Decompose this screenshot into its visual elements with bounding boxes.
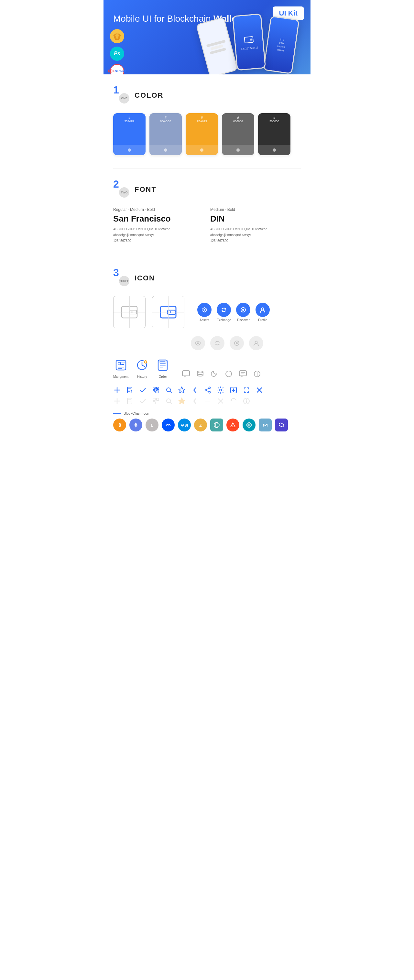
- din-abc-lower: abcdefghijklmnopqrstuvwxyz: [210, 232, 301, 238]
- svg-point-36: [226, 371, 232, 377]
- svg-text:₿: ₿: [119, 422, 121, 428]
- bc-line: [113, 413, 121, 414]
- font-section-title: FONT: [135, 185, 156, 194]
- color-section-title: COLOR: [135, 91, 163, 100]
- exchange-icon-item: Exchange: [217, 303, 231, 322]
- phone-screen-1: [197, 18, 237, 75]
- profile-label: Profile: [256, 318, 270, 322]
- sketch-icon: [113, 32, 121, 40]
- hero-badges: Ps 60+ Screens: [110, 29, 124, 75]
- din-abc-upper: ABCDEFGHIJKLMNOPQRSTUVWXYZ: [210, 226, 301, 232]
- chevron-left-icon: [191, 386, 199, 394]
- tab-icons-row: Mangment History Order: [113, 358, 301, 379]
- svg-text:DASH: DASH: [181, 423, 188, 427]
- wallet-guide-filled: [158, 302, 178, 322]
- svg-marker-92: [134, 422, 137, 426]
- sf-weights: Regular · Medium · Bold: [113, 207, 204, 212]
- chat-lines-icon: [238, 369, 247, 379]
- discover-icon-dimmed: [230, 336, 244, 350]
- sf-abc-lower: abcdefghijklmnopqrstuvwxyz: [113, 232, 204, 238]
- order-svg: [156, 358, 170, 372]
- profile-icon: [256, 303, 270, 317]
- svg-rect-54: [154, 391, 154, 392]
- exchange-icon: [217, 303, 231, 317]
- refresh-dim: [230, 397, 237, 405]
- swatch-orange: #F5A623: [186, 113, 218, 155]
- bat-icon: [226, 418, 239, 431]
- x-icon-dim: [217, 397, 225, 405]
- font-din: Medium · Bold DIN ABCDEFGHIJKLMNOPQRSTUV…: [210, 207, 301, 244]
- management-svg: [114, 358, 128, 372]
- svg-point-13: [262, 308, 264, 310]
- check-icon: [139, 386, 147, 394]
- svg-line-62: [170, 391, 172, 393]
- font-section-header: 2 TWO FONT: [113, 181, 301, 197]
- profile-svg: [259, 306, 266, 313]
- history-icon-item: History: [135, 358, 149, 379]
- discover-icon-item: Discover: [236, 303, 250, 322]
- svg-rect-50: [154, 388, 154, 389]
- svg-rect-4: [122, 306, 137, 318]
- exchange-icon-dimmed: [210, 336, 225, 350]
- phone-screen-2: $ 6,297,502.12: [233, 14, 265, 70]
- din-name: DIN: [210, 214, 301, 224]
- zec-icon: Z: [194, 418, 207, 431]
- mkr-icon: [259, 418, 272, 431]
- assets-icon-dimmed: [191, 336, 205, 350]
- color-section-num: 1 ONE: [113, 88, 129, 103]
- phone-mockup-3: BTC ETH WAVES QTUM: [263, 16, 299, 75]
- font-section: 2 TWO FONT Regular · Medium · Bold San F…: [104, 169, 310, 257]
- discover-svg: [240, 306, 247, 313]
- svg-point-35: [197, 371, 203, 373]
- btc-icon: ₿: [113, 418, 126, 431]
- svg-rect-52: [157, 388, 158, 389]
- plus-icon-dim: [113, 397, 121, 405]
- icon-section-num: 3 THREE: [113, 270, 129, 286]
- font-num-circle: TWO: [119, 187, 129, 197]
- ps-label: Ps: [114, 51, 120, 57]
- assets-icon-item: Assets: [197, 303, 212, 322]
- font-sf: Regular · Medium · Bold San Francisco AB…: [113, 207, 204, 244]
- svg-point-64: [209, 387, 210, 389]
- svg-rect-81: [153, 402, 155, 404]
- din-weights: Medium · Bold: [210, 207, 301, 212]
- svg-point-42: [257, 372, 258, 372]
- icon-section: 3 THREE ICON: [104, 257, 310, 444]
- font-grid: Regular · Medium · Bold San Francisco AB…: [113, 207, 301, 244]
- arrows-dim: [204, 397, 212, 405]
- waves-icon: [162, 418, 175, 431]
- svg-rect-79: [153, 398, 155, 401]
- svg-line-68: [207, 391, 209, 392]
- dash-icon: DASH: [178, 418, 191, 431]
- swatch-gray: #666666: [222, 113, 254, 155]
- svg-marker-103: [247, 422, 252, 428]
- svg-marker-84: [178, 398, 185, 404]
- exchange-svg: [220, 306, 228, 313]
- svg-text:Ł: Ł: [151, 423, 153, 428]
- icon-section-header: 3 THREE ICON: [113, 270, 301, 286]
- badge-screens: 60+ Screens: [110, 64, 124, 75]
- assets-svg: [201, 306, 208, 313]
- check-icon-dim: [139, 397, 147, 405]
- assets-label: Assets: [197, 318, 212, 322]
- star-icon-colored: [178, 397, 186, 405]
- font-section-num: 2 TWO: [113, 181, 129, 197]
- screens-label: Screens: [115, 70, 126, 73]
- wallet-guide-outline: [119, 302, 139, 322]
- svg-point-16: [236, 342, 238, 344]
- profile-icon-item: Profile: [256, 303, 270, 322]
- ltc-icon: Ł: [145, 418, 158, 431]
- assets-icon: [197, 303, 212, 317]
- svg-rect-80: [156, 398, 159, 401]
- blockchain-label-row: BlockChain Icon: [113, 411, 301, 415]
- nav-icons-dimmed: [191, 336, 301, 350]
- circle-icon: [224, 369, 233, 379]
- blockchain-label: BlockChain Icon: [124, 411, 150, 415]
- order-icon-item: Order: [156, 358, 170, 379]
- svg-rect-19: [118, 362, 121, 365]
- chat-icon: [182, 369, 191, 379]
- share-icon: [204, 386, 212, 394]
- badge-ps: Ps: [110, 46, 124, 61]
- phone-screen-3: BTC ETH WAVES QTUM: [264, 17, 299, 73]
- screens-count: 60+: [108, 68, 115, 74]
